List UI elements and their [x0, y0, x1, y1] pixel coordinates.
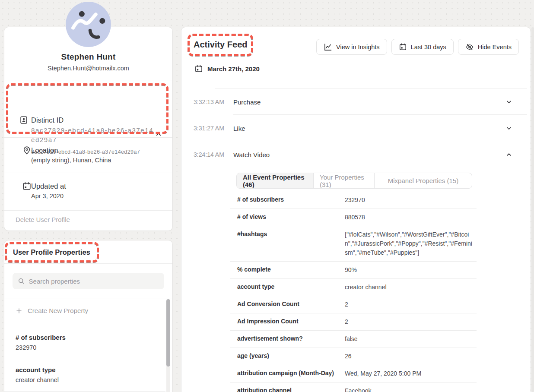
event-property-name: attribution campaign (Month-Day) [230, 365, 345, 382]
date-group-header: March 27th, 2020 [194, 64, 260, 73]
profile-property-item[interactable]: account type creator channel [4, 359, 165, 392]
delete-user-profile-button[interactable]: Delete User Profile [16, 216, 70, 223]
user-profile-card: Stephen Hunt Stephen.Hunt@hotmailx.com D… [4, 27, 172, 231]
event-property-name: attribution channel [230, 383, 345, 392]
event-name: Purchase [233, 98, 261, 105]
event-property-value: Facebook [345, 383, 477, 392]
event-time: 3:24:14 AM [194, 151, 224, 158]
calendar-icon [399, 43, 407, 51]
line-chart-icon [324, 43, 332, 51]
event-property-row: #hashtags ["#lolCats","#Wilson","#WorstG… [230, 226, 477, 262]
hide-events-label: Hide Events [478, 44, 512, 51]
chevron-up-icon[interactable] [505, 151, 513, 158]
event-property-value: creator channel [345, 279, 477, 296]
distinct-id-value: 8ac27829-ebcd-41a8-be26-a37e14ed29a7 [31, 126, 155, 145]
event-properties-tabs: All Event Properties (46) Your Propertie… [236, 173, 472, 189]
event-property-value: 26 [345, 348, 477, 365]
date-group-label: March 27th, 2020 [207, 65, 260, 73]
user-name: Stephen Hunt [4, 52, 172, 62]
event-property-name: advertisement shown? [230, 331, 345, 348]
search-properties-input[interactable] [29, 278, 159, 285]
event-property-name: Ad Impression Count [230, 313, 345, 330]
event-row-watch-video[interactable]: 3:24:14 AM Watch Video [181, 141, 531, 168]
calendar-icon [194, 64, 203, 73]
event-property-row: attribution channel Facebook [230, 383, 477, 392]
page-scrollbar[interactable] [531, 27, 534, 392]
event-property-row: age (years) 26 [230, 348, 477, 365]
event-property-name: Ad Conversion Count [230, 296, 345, 313]
event-property-value: 232970 [345, 192, 477, 209]
event-property-row: attribution campaign (Month-Day) Wed, Ma… [230, 365, 477, 383]
profile-property-value: creator channel [16, 376, 165, 383]
event-property-row: # of subscribers 232970 [230, 192, 477, 209]
event-property-name: % complete [230, 262, 345, 278]
event-property-row: advertisement shown? false [230, 331, 477, 348]
plus-icon [16, 307, 22, 314]
event-property-row: % complete 90% [230, 262, 477, 279]
event-name: Watch Video [233, 151, 270, 158]
location-label: Location [31, 146, 58, 155]
date-range-button[interactable]: Last 30 days [391, 39, 454, 55]
search-properties-field[interactable] [13, 273, 164, 289]
profile-properties-list: Create New Property # of subscribers 232… [4, 298, 172, 392]
event-property-value: 2 [345, 313, 477, 330]
event-property-name: account type [230, 279, 345, 296]
calendar-icon [22, 181, 32, 191]
tab-your-properties[interactable]: Your Properties (31) [314, 173, 375, 188]
event-properties-table: # of subscribers 232970 # of views 88057… [230, 192, 477, 392]
event-property-row: Ad Impression Count 2 [230, 313, 477, 331]
event-row-purchase[interactable]: 3:32:13 AM Purchase [181, 89, 531, 115]
event-row-like[interactable]: 3:31:27 AM Like [181, 115, 531, 141]
event-time: 3:31:27 AM [194, 125, 224, 132]
distinct-id-label: Distinct ID [31, 116, 64, 124]
event-name: Like [233, 124, 245, 132]
activity-feed-card: Activity Feed View in Insights Last 30 d… [181, 27, 531, 392]
event-time: 3:32:13 AM [194, 98, 224, 105]
profile-property-name: account type [16, 366, 165, 373]
event-property-row: Ad Conversion Count 2 [230, 296, 477, 313]
date-range-label: Last 30 days [411, 44, 446, 51]
activity-feed-toolbar: View in Insights Last 30 days Hide Event… [316, 39, 519, 55]
location-pin-icon [22, 145, 32, 155]
view-in-insights-label: View in Insights [336, 44, 379, 51]
event-property-value: 880578 [345, 209, 477, 226]
search-icon [18, 277, 25, 285]
event-property-row: account type creator channel [230, 279, 477, 296]
profile-properties-items: # of subscribers 232970 account type cre… [4, 327, 165, 392]
event-property-value: 2 [345, 296, 477, 313]
event-property-name: #hashtags [230, 226, 345, 261]
event-property-value: false [345, 331, 477, 348]
tab-all-event-properties[interactable]: All Event Properties (46) [237, 173, 314, 188]
updated-at-label: Updated at [31, 182, 66, 190]
create-new-property-label: Create New Property [28, 307, 88, 314]
updated-at-value: Apr 3, 2020 [31, 193, 64, 199]
tab-mixpanel-properties[interactable]: Mixpanel Properties (15) [375, 173, 472, 188]
event-property-value: Wed, May 27, 2020 5:00 PM [345, 365, 477, 382]
profile-property-name: # of subscribers [16, 334, 165, 341]
event-list: 3:32:13 AM Purchase 3:31:27 AM Like 3:24… [181, 89, 531, 168]
create-new-property-button[interactable]: Create New Property [16, 307, 88, 314]
user-avatar-icon [66, 2, 111, 47]
profile-property-item[interactable]: # of subscribers 232970 [4, 327, 165, 359]
properties-scrollbar-thumb[interactable] [166, 299, 170, 367]
chevron-down-icon[interactable] [505, 124, 513, 132]
properties-panel-title: User Profile Properties [13, 248, 90, 256]
eye-off-icon [465, 43, 474, 51]
event-property-row: # of views 880578 [230, 209, 477, 226]
hide-events-button[interactable]: Hide Events [458, 39, 519, 55]
user-email: Stephen.Hunt@hotmailx.com [4, 65, 172, 72]
activity-feed-title: Activity Feed [194, 40, 247, 50]
event-property-name: # of subscribers [230, 192, 345, 209]
user-profile-properties-card: User Profile Properties Create New Prope… [4, 240, 172, 392]
profile-property-value: 232970 [16, 344, 165, 351]
view-in-insights-button[interactable]: View in Insights [316, 39, 387, 55]
event-property-name: age (years) [230, 348, 345, 365]
event-property-value: ["#lolCats","#Wilson","#WorstGiftEver","… [345, 226, 477, 261]
event-property-value: 90% [345, 262, 477, 278]
id-badge-icon [19, 115, 29, 125]
location-value: (empty string), Hunan, China [31, 157, 111, 164]
chevron-down-icon[interactable] [505, 98, 513, 106]
event-property-name: # of views [230, 209, 345, 226]
